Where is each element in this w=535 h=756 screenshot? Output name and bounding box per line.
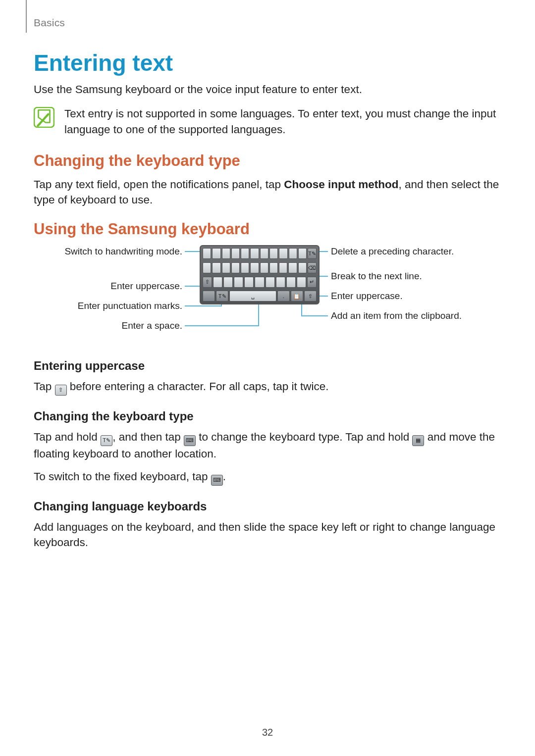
sub-changing-kbd-type: Changing the keyboard type bbox=[34, 409, 501, 423]
float-kbd-icon: ⌨ bbox=[184, 435, 196, 446]
p3a-post: before entering a character. For all cap… bbox=[67, 380, 329, 393]
page-content: Entering text Use the Samsung keyboard o… bbox=[34, 50, 501, 557]
fixed-kbd-icon: ⌨ bbox=[211, 475, 223, 486]
page-number: 32 bbox=[0, 727, 535, 738]
section-using-samsung-kbd: Using the Samsung keyboard bbox=[34, 220, 501, 238]
note-text: Text entry is not supported in some lang… bbox=[64, 106, 501, 137]
note-block: Text entry is not supported in some lang… bbox=[34, 106, 501, 137]
p3b1c: to change the keyboard type. Tap and hol… bbox=[196, 431, 412, 443]
label-shift-left: Enter uppercase. bbox=[34, 281, 182, 292]
shift-right-key-icon: ⇧ bbox=[304, 291, 317, 302]
handwriting-key-icon: T✎ bbox=[308, 248, 317, 259]
label-shift-right: Enter uppercase. bbox=[331, 291, 499, 302]
mode-key-icon: T✎ bbox=[216, 291, 228, 302]
p3b2a: To switch to the fixed keyboard, tap bbox=[34, 470, 211, 483]
sub-entering-uppercase: Entering uppercase bbox=[34, 359, 501, 373]
keyboard-diagram: Switch to handwriting mode. Enter upperc… bbox=[34, 245, 501, 339]
backspace-key-icon: ⌫ bbox=[308, 262, 317, 273]
p3a-pre: Tap bbox=[34, 380, 55, 393]
para-entering-uppercase: Tap ⇧ before entering a character. For a… bbox=[34, 379, 501, 396]
grip-icon: ▦ bbox=[412, 435, 424, 446]
shift-icon: ⇧ bbox=[55, 385, 67, 396]
label-handwriting: Switch to handwriting mode. bbox=[34, 246, 182, 257]
para-a-bold: Choose input method bbox=[284, 178, 398, 191]
para-switch-fixed: To switch to the fixed keyboard, tap ⌨. bbox=[34, 469, 501, 486]
label-delete: Delete a preceding character. bbox=[331, 246, 499, 257]
shift-left-key-icon: ⇧ bbox=[203, 277, 212, 288]
note-icon bbox=[34, 107, 54, 128]
para-changing-kbd-type: Tap any text field, open the notificatio… bbox=[34, 177, 501, 207]
label-punct: Enter punctuation marks. bbox=[34, 301, 182, 311]
space-key-icon: ␣ bbox=[229, 291, 276, 302]
para-changing-kbd-type-2: Tap and hold T✎, and then tap ⌨ to chang… bbox=[34, 429, 501, 461]
sym-key-icon bbox=[203, 291, 215, 302]
keyboard-illustration: T✎ ⌫ ⇧ ↵ T✎ ␣ . 📋 ⇧ bbox=[200, 245, 320, 304]
label-enter: Break to the next line. bbox=[331, 271, 499, 282]
p3b1b: , and then tap bbox=[112, 431, 184, 443]
intro-text: Use the Samsung keyboard or the voice in… bbox=[34, 82, 501, 97]
enter-key-icon: ↵ bbox=[307, 277, 317, 288]
section-changing-kbd-type: Changing the keyboard type bbox=[34, 152, 501, 170]
clipboard-key-icon: 📋 bbox=[291, 291, 303, 302]
chapter-label: Basics bbox=[34, 17, 65, 29]
p3b1a: Tap and hold bbox=[34, 431, 101, 443]
para-changing-lang-kbd: Add languages on the keyboard, and then … bbox=[34, 519, 501, 550]
label-clipboard: Add an item from the clipboard. bbox=[331, 310, 499, 321]
label-space: Enter a space. bbox=[34, 320, 182, 331]
punct-key-icon: . bbox=[277, 291, 290, 302]
tpen-icon: T✎ bbox=[101, 435, 112, 446]
para-a-pre: Tap any text field, open the notificatio… bbox=[34, 178, 284, 191]
page-title: Entering text bbox=[34, 50, 501, 76]
sub-changing-lang-kbd: Changing language keyboards bbox=[34, 500, 501, 513]
p3b2b: . bbox=[223, 470, 226, 483]
